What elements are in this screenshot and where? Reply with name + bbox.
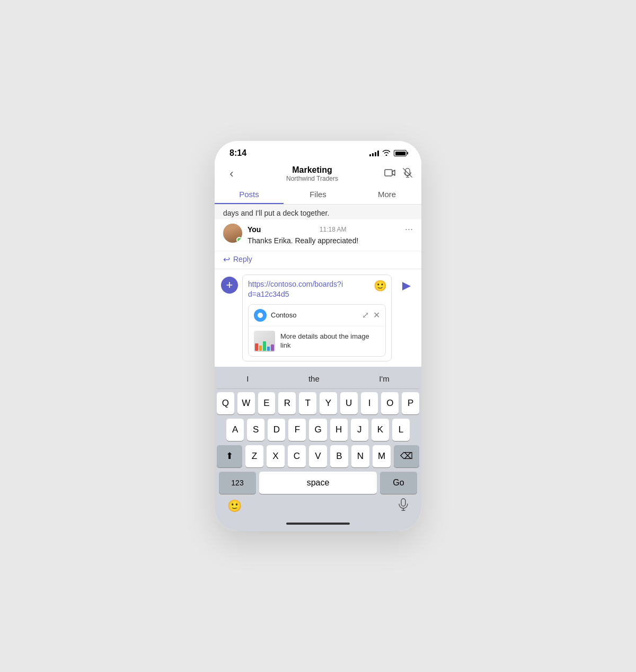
key-B[interactable]: B: [330, 445, 348, 467]
status-time: 8:14: [229, 148, 246, 158]
key-Y[interactable]: Y: [320, 392, 337, 414]
key-N[interactable]: N: [351, 445, 369, 467]
keyboard-row-2: A S D F G H J K L: [217, 419, 419, 441]
key-Q[interactable]: Q: [217, 392, 234, 414]
message-text: Thanks Erika. Really appreciated!: [248, 236, 413, 246]
header-actions: [384, 167, 413, 181]
key-R[interactable]: R: [278, 392, 296, 414]
home-indicator: [286, 523, 350, 525]
key-C[interactable]: C: [288, 445, 306, 467]
reply-arrow-icon: ↩: [223, 254, 230, 264]
wifi-icon: [382, 149, 391, 157]
link-preview-header: Contoso ⤢ ✕: [249, 305, 385, 326]
num-key[interactable]: 123: [219, 472, 256, 494]
mute-icon[interactable]: [402, 167, 413, 181]
delete-key[interactable]: ⌫: [394, 445, 419, 467]
key-M[interactable]: M: [373, 445, 391, 467]
key-F[interactable]: F: [288, 419, 306, 441]
input-area: + https://contoso.com/boards?id=a12c34d5…: [215, 269, 421, 367]
avatar-status-indicator: [236, 237, 242, 243]
emoji-button[interactable]: 🙂: [374, 279, 387, 292]
nav-header: ‹ Marketing Northwind Traders: [215, 161, 421, 184]
avatar: [223, 224, 242, 243]
link-preview-body: More details about the image link: [249, 326, 385, 356]
send-icon: [402, 282, 411, 290]
suggestion-2[interactable]: the: [304, 373, 324, 384]
channel-name: Marketing: [286, 165, 338, 175]
back-button[interactable]: ‹: [223, 167, 240, 181]
tab-posts[interactable]: Posts: [215, 184, 284, 204]
phone-frame: 8:14 ‹ Marketing Nort: [215, 141, 421, 531]
emoji-keyboard-icon[interactable]: 🙂: [227, 499, 242, 513]
message-sender: You: [248, 225, 261, 234]
status-bar: 8:14: [215, 141, 421, 161]
tab-more[interactable]: More: [352, 184, 421, 204]
svg-rect-0: [385, 170, 392, 176]
key-X[interactable]: X: [267, 445, 285, 467]
key-K[interactable]: K: [372, 419, 389, 441]
key-A[interactable]: A: [226, 419, 244, 441]
signal-icon: [369, 150, 379, 156]
message-input-box[interactable]: https://contoso.com/boards?id=a12c34d5 🙂…: [242, 275, 392, 361]
message-more-button[interactable]: ···: [405, 224, 413, 235]
status-icons: [369, 149, 407, 157]
message-meta: You 11:18 AM ···: [248, 224, 413, 235]
key-G[interactable]: G: [309, 419, 326, 441]
key-P[interactable]: P: [402, 392, 419, 414]
chat-area: days and I'll put a deck together. You 1…: [215, 205, 421, 269]
key-D[interactable]: D: [268, 419, 285, 441]
team-name: Northwind Traders: [286, 175, 338, 182]
key-E[interactable]: E: [258, 392, 276, 414]
key-S[interactable]: S: [247, 419, 264, 441]
suggestion-3[interactable]: I'm: [375, 373, 394, 384]
shift-key[interactable]: ⬆: [217, 445, 242, 467]
message-time: 11:18 AM: [320, 226, 347, 233]
input-row: + https://contoso.com/boards?id=a12c34d5…: [221, 275, 415, 361]
link-preview-card: Contoso ⤢ ✕: [248, 304, 386, 357]
reply-button[interactable]: ↩ Reply: [215, 251, 421, 269]
key-U[interactable]: U: [340, 392, 358, 414]
message-content: You 11:18 AM ··· Thanks Erika. Really ap…: [248, 224, 413, 246]
keyboard-row-1: Q W E R T Y U I O P: [217, 392, 419, 414]
partial-message-text: days and I'll put a deck together.: [223, 209, 329, 217]
go-key[interactable]: Go: [380, 472, 417, 494]
header-title: Marketing Northwind Traders: [286, 165, 338, 182]
key-H[interactable]: H: [330, 419, 348, 441]
partial-message: days and I'll put a deck together.: [215, 205, 421, 219]
keyboard-bottom-row: 123 space Go: [217, 472, 419, 494]
keyboard: I the I'm Q W E R T Y U I O P A S D F G …: [215, 367, 421, 531]
preview-description: More details about the image link: [280, 332, 380, 350]
video-icon[interactable]: [384, 168, 396, 180]
tabs: Posts Files More: [215, 184, 421, 205]
key-O[interactable]: O: [381, 392, 399, 414]
send-button[interactable]: [396, 277, 415, 296]
keyboard-row-3: ⬆ Z X C V B N M ⌫: [217, 445, 419, 467]
close-preview-button[interactable]: ✕: [373, 310, 380, 320]
keyboard-footer: 🙂: [217, 494, 419, 520]
space-key[interactable]: space: [259, 472, 377, 494]
suggestion-1[interactable]: I: [242, 373, 253, 384]
preview-app-name: Contoso: [271, 311, 362, 319]
key-W[interactable]: W: [237, 392, 255, 414]
keyboard-suggestions: I the I'm: [217, 371, 419, 389]
input-link-text: https://contoso.com/boards?id=a12c34d5: [248, 279, 386, 300]
key-I[interactable]: I: [361, 392, 378, 414]
expand-preview-button[interactable]: ⤢: [362, 310, 369, 320]
key-J[interactable]: J: [351, 419, 368, 441]
chart-thumbnail: [254, 339, 275, 352]
key-V[interactable]: V: [309, 445, 327, 467]
key-L[interactable]: L: [392, 419, 410, 441]
reply-label: Reply: [233, 255, 252, 263]
preview-actions: ⤢ ✕: [362, 310, 380, 320]
microphone-icon[interactable]: [398, 498, 409, 514]
key-Z[interactable]: Z: [245, 445, 263, 467]
message-row: You 11:18 AM ··· Thanks Erika. Really ap…: [215, 219, 421, 251]
preview-thumbnail: [254, 331, 275, 352]
battery-icon: [394, 150, 407, 156]
tab-files[interactable]: Files: [284, 184, 352, 204]
key-T[interactable]: T: [299, 392, 316, 414]
contoso-logo-icon: [254, 309, 267, 322]
add-button[interactable]: +: [221, 277, 238, 294]
svg-rect-4: [401, 499, 405, 506]
